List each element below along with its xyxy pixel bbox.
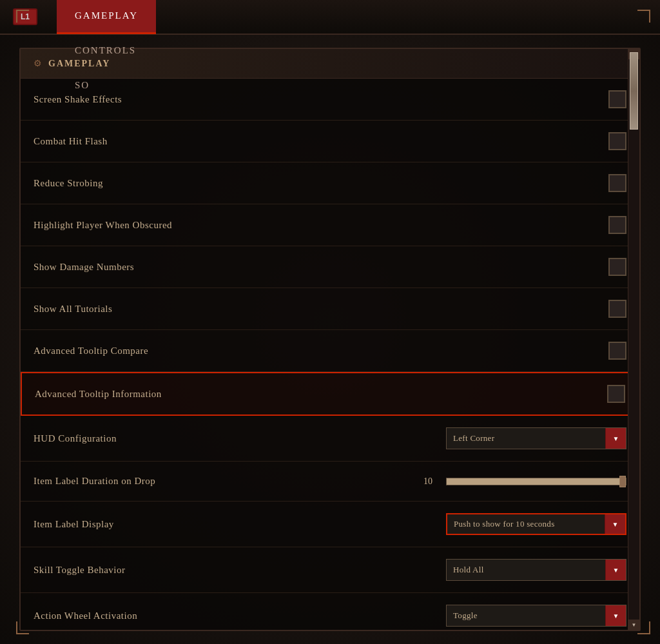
setting-row-skill-toggle: Skill Toggle BehaviorHold All▼ (21, 547, 639, 593)
setting-label-item-label-display: Item Label Display (34, 519, 114, 530)
dropdown-text-item-label-display: Push to show for 10 seconds (447, 519, 605, 529)
nav-tab-gameplay[interactable]: GAMEPLAY (57, 0, 156, 34)
setting-row-item-label-duration: Item Label Duration on Drop10 (21, 462, 639, 502)
slider-thumb-item-label-duration[interactable] (619, 476, 626, 487)
setting-row-highlight-player: Highlight Player When Obscured (21, 204, 639, 246)
dropdown-text-skill-toggle: Hold All (447, 565, 605, 575)
setting-label-reduce-strobing: Reduce Strobing (34, 178, 103, 189)
checkbox-advanced-tooltip-info[interactable] (607, 385, 625, 403)
setting-label-hud-config: HUD Configuration (34, 433, 117, 444)
checkbox-reduce-strobing[interactable] (608, 174, 626, 192)
setting-label-advanced-tooltip-compare: Advanced Tooltip Compare (34, 346, 148, 356)
setting-row-action-wheel: Action Wheel ActivationToggle▼ (21, 593, 639, 631)
setting-label-show-damage: Show Damage Numbers (34, 262, 134, 273)
settings-list: Screen Shake EffectsCombat Hit FlashRedu… (21, 79, 639, 631)
corner-tr (637, 10, 650, 23)
corner-br (637, 621, 650, 634)
nav-bar: L1 GRAPHICSSOUNDGAMEPLAYCONTROLSSO (0, 0, 660, 35)
corner-bl (16, 621, 29, 634)
nav-tabs: GRAPHICSSOUNDGAMEPLAYCONTROLSSO (57, 0, 156, 104)
setting-row-show-tutorials: Show All Tutorials (21, 288, 639, 330)
scrollbar-thumb[interactable] (630, 52, 638, 130)
slider-value-item-label-duration: 10 (423, 476, 440, 487)
setting-label-action-wheel: Action Wheel Activation (34, 610, 137, 621)
settings-panel: ⚙ GAMEPLAY Screen Shake EffectsCombat Hi… (19, 48, 641, 631)
checkbox-screen-shake[interactable] (608, 90, 626, 108)
dropdown-text-action-wheel: Toggle (447, 610, 605, 621)
nav-tab-controls[interactable]: CONTROLS (57, 34, 156, 69)
setting-row-reduce-strobing: Reduce Strobing (21, 162, 639, 204)
dropdown-arrow-hud-config[interactable]: ▼ (605, 428, 626, 449)
corner-tl (16, 10, 29, 23)
setting-row-advanced-tooltip-info: Advanced Tooltip Information (21, 372, 639, 416)
dropdown-item-label-display[interactable]: Push to show for 10 seconds▼ (446, 513, 626, 535)
scrollbar[interactable]: ▲ ▼ (628, 49, 639, 630)
slider-track-item-label-duration[interactable] (446, 478, 626, 485)
dropdown-hud-config[interactable]: Left Corner▼ (446, 427, 626, 449)
slider-control-item-label-duration: 10 (423, 476, 626, 487)
checkbox-combat-hit-flash[interactable] (608, 132, 626, 150)
slider-fill-item-label-duration (447, 478, 622, 485)
checkbox-highlight-player[interactable] (608, 216, 626, 234)
setting-row-advanced-tooltip-compare: Advanced Tooltip Compare (21, 330, 639, 372)
setting-label-skill-toggle: Skill Toggle Behavior (34, 565, 126, 576)
setting-row-item-label-display: Item Label DisplayPush to show for 10 se… (21, 502, 639, 547)
checkbox-show-tutorials[interactable] (608, 300, 626, 318)
checkbox-advanced-tooltip-compare[interactable] (608, 342, 626, 360)
main-content: ⚙ GAMEPLAY Screen Shake EffectsCombat Hi… (19, 48, 641, 631)
setting-row-combat-hit-flash: Combat Hit Flash (21, 121, 639, 162)
checkbox-show-damage[interactable] (608, 258, 626, 276)
panel-header-icon: ⚙ (34, 58, 42, 69)
setting-label-advanced-tooltip-info: Advanced Tooltip Information (35, 389, 162, 400)
setting-label-show-tutorials: Show All Tutorials (34, 304, 112, 315)
setting-row-hud-config: HUD ConfigurationLeft Corner▼ (21, 416, 639, 462)
dropdown-arrow-skill-toggle[interactable]: ▼ (605, 560, 626, 580)
setting-label-item-label-duration: Item Label Duration on Drop (34, 476, 155, 487)
nav-tab-so[interactable]: SO (57, 69, 156, 104)
dropdown-arrow-action-wheel[interactable]: ▼ (605, 605, 626, 626)
dropdown-skill-toggle[interactable]: Hold All▼ (446, 559, 626, 581)
dropdown-text-hud-config: Left Corner (447, 433, 605, 444)
dropdown-arrow-item-label-display[interactable]: ▼ (605, 514, 625, 534)
setting-label-combat-hit-flash: Combat Hit Flash (34, 136, 108, 147)
setting-label-highlight-player: Highlight Player When Obscured (34, 220, 172, 231)
setting-row-show-damage: Show Damage Numbers (21, 246, 639, 288)
dropdown-action-wheel[interactable]: Toggle▼ (446, 605, 626, 627)
